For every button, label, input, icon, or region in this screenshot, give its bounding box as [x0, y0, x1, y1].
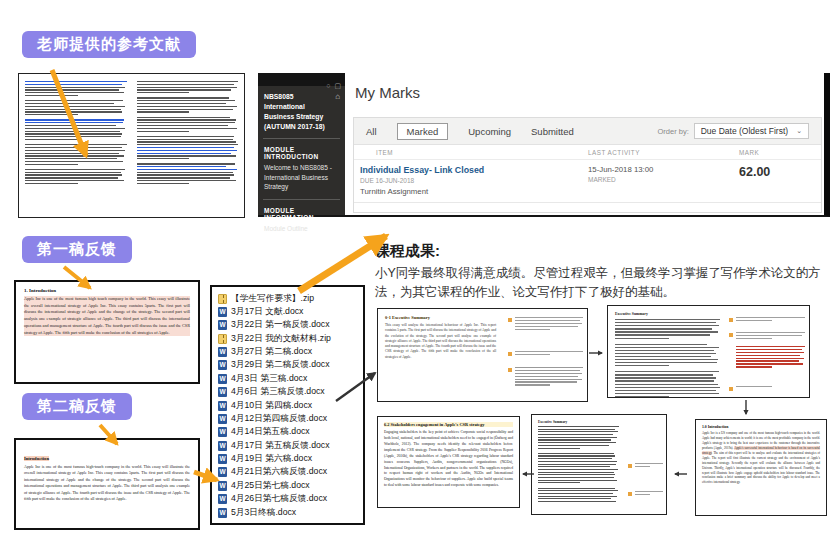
text-line: [137, 147, 234, 148]
text-line: [736, 346, 805, 347]
margin-comment: [508, 317, 583, 331]
text-line: [25, 125, 116, 126]
text-line: [538, 480, 617, 481]
file-list-item[interactable]: 【学生写作要求】.zip: [218, 292, 360, 305]
text-line: [538, 458, 612, 459]
text-line: [736, 352, 805, 353]
file-list-item[interactable]: 4月25日第七稿.docx: [218, 479, 360, 492]
text-line: [515, 351, 583, 352]
text-line: [615, 390, 716, 391]
text-line: [736, 349, 803, 350]
file-list-item[interactable]: 3月29日 第二稿反馈.docx: [218, 359, 360, 372]
word-file-icon: [218, 307, 227, 317]
file-name: 3月22日 第一稿反馈.docx: [231, 319, 330, 331]
text-line: [25, 180, 124, 181]
text-line: [538, 442, 616, 443]
text-line: [25, 92, 124, 93]
text-line: [25, 95, 78, 96]
sidebar-item[interactable]: Module Outline: [258, 223, 345, 235]
text-line: [137, 169, 237, 170]
doc-b-title: Executive Summary: [615, 312, 802, 316]
text-line: [137, 131, 190, 132]
word-file-icon: [218, 441, 227, 451]
file-list-item[interactable]: 4月10日 第四稿.docx: [218, 399, 360, 412]
text-line: [538, 464, 616, 465]
file-list: 【学生写作要求】.zip3月17日 文献.docx3月22日 第一稿反馈.doc…: [210, 285, 365, 525]
text-line: [25, 133, 122, 134]
text-line: [25, 150, 125, 151]
tab-marked[interactable]: Marked: [397, 123, 449, 140]
tab-submitted[interactable]: Submitted: [531, 126, 574, 137]
file-list-item[interactable]: 3月22日 第一稿反馈.docx: [218, 319, 360, 332]
assignment-link[interactable]: Individual Essay- Link Closed: [360, 165, 588, 175]
marks-toolbar: AllMarkedUpcomingSubmitted Order by: Due…: [354, 118, 821, 145]
table-row: Individual Essay- Link Closed DUE 16-JUN…: [354, 160, 821, 203]
comment-icon: [628, 492, 632, 496]
order-by-dropdown[interactable]: Due Date (Oldest First) ⌄: [694, 123, 809, 139]
arrow-files-to-result: [299, 236, 386, 291]
file-list-item[interactable]: 4月19日 第六稿.docx: [218, 453, 360, 466]
text-line: [615, 356, 711, 357]
text-line: [615, 319, 720, 320]
text-line: [137, 100, 235, 101]
text-line: [615, 377, 716, 378]
text-line: [515, 367, 583, 368]
file-list-item[interactable]: 5月3日终稿.docx: [218, 506, 360, 519]
file-name: 3月29日 第二稿反馈.docx: [231, 359, 330, 371]
text-line: [25, 84, 122, 85]
tab-all[interactable]: All: [366, 126, 377, 137]
home-icon[interactable]: ⌂: [335, 92, 340, 131]
file-list-item[interactable]: 4月26日第七稿反馈.docx: [218, 493, 360, 506]
exec-summary-doc-b: Executive Summary: [607, 305, 810, 398]
text-line: [736, 317, 805, 318]
text-line: [736, 358, 804, 359]
page-title: My Marks: [355, 84, 420, 101]
text-line: [515, 379, 582, 380]
file-list-item[interactable]: 3月17日 文献.docx: [218, 305, 360, 318]
text-line: [25, 136, 121, 137]
file-list-item[interactable]: 3月27日 第二稿.docx: [218, 346, 360, 359]
exec-summary-doc-a: 0-1 Executive Summary This essay will an…: [377, 308, 588, 402]
sidebar-item[interactable]: Welcome to NBS8085 - International Busin…: [258, 162, 345, 193]
comment-icon: [729, 387, 733, 391]
file-name: 4月6日 第三稿反馈.docx: [231, 386, 325, 398]
text-line: [137, 125, 228, 126]
text-line: [25, 144, 127, 145]
file-list-item[interactable]: 4月21日第六稿反馈.docx: [218, 466, 360, 479]
text-line: [538, 477, 614, 478]
course-title-row[interactable]: NBS8085 International Business Strategy …: [258, 86, 345, 133]
text-line: [25, 139, 78, 140]
file-list-item[interactable]: 4月3日 第三稿.docx: [218, 372, 360, 385]
text-line: [25, 174, 122, 175]
text-line: [615, 371, 719, 372]
text-line: [615, 384, 718, 385]
file-list-item[interactable]: 4月6日 第三稿反馈.docx: [218, 386, 360, 399]
sidebar-section-header: MODULE INTRODUCTION: [258, 144, 345, 162]
text-line: [137, 177, 230, 178]
text-line: [515, 381, 577, 382]
text-line: [515, 354, 551, 355]
outcome-body: 小Y同学最终取得满意成绩。尽管过程艰辛，但最终学习掌握了写作学术论文的方法，为其…: [375, 264, 832, 302]
margin-comment: [628, 463, 663, 469]
text-line: [25, 119, 124, 120]
text-line: [25, 128, 125, 129]
file-list-item[interactable]: 4月12日第四稿反馈.docx: [218, 412, 360, 425]
file-list-item[interactable]: 4月14日第五稿.docx: [218, 426, 360, 439]
text-line: [25, 164, 78, 165]
file-list-item[interactable]: 4月17日 第五稿反馈.docx: [218, 439, 360, 452]
reference-column-left: [25, 81, 127, 210]
text-line: [137, 163, 235, 164]
file-name: 4月10日 第四稿.docx: [231, 400, 312, 412]
file-list-item[interactable]: 3月22日 我的文献材料.zip: [218, 332, 360, 345]
text-line: [25, 172, 121, 173]
text-line: [615, 322, 716, 323]
tab-upcoming[interactable]: Upcoming: [468, 126, 511, 137]
file-name: 3月27日 第二稿.docx: [231, 346, 312, 358]
text-line: [615, 396, 669, 397]
text-line: [615, 334, 710, 335]
word-file-icon: [218, 427, 227, 437]
text-line: [25, 177, 118, 178]
margin-comment: [729, 317, 805, 323]
text-line: [615, 325, 719, 326]
text-line: [25, 183, 78, 184]
